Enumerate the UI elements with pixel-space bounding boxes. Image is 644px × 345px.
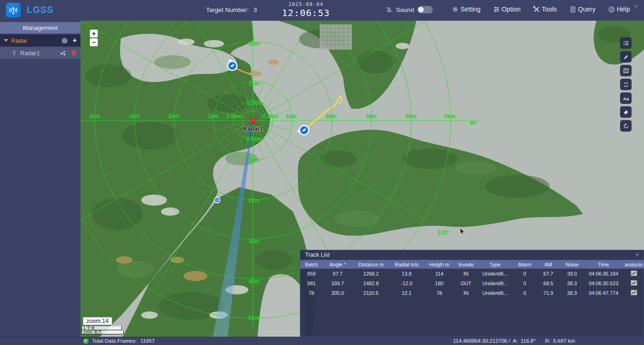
target-number-label: Target Number: (206, 6, 249, 13)
col-invade[interactable]: Invade (454, 260, 477, 269)
delete-trash-icon[interactable] (71, 50, 77, 56)
col-angle[interactable]: Angle ° (322, 260, 353, 269)
svg-text:2km: 2km (326, 113, 337, 120)
svg-text:1km: 1km (286, 113, 297, 120)
cell-noise: 38.3 (560, 278, 584, 288)
cell-angle: 205.0 (322, 288, 353, 298)
cell-batch: 981 (300, 278, 322, 288)
map-zoom-in-button[interactable]: + (90, 29, 98, 38)
cursor-coordinates: 114.469904 30.212706 / (453, 338, 510, 344)
zoom-level-indicator: zoom:14 (83, 317, 112, 325)
svg-text:5km: 5km (248, 315, 259, 321)
cell-distance: 1482.8 (353, 278, 389, 288)
link-nodes-icon[interactable] (60, 50, 66, 56)
svg-text:0.5km: 0.5km (226, 113, 242, 120)
analysis-chart-icon[interactable] (631, 290, 637, 295)
map-zoom-out-button[interactable]: − (90, 38, 98, 46)
sound-toggle[interactable] (417, 6, 433, 13)
cell-alarm: 0 (512, 288, 537, 298)
col-am[interactable]: AM (537, 260, 560, 269)
cell-time: 04:06:30.523 (584, 278, 623, 288)
sound-control: Sound (385, 6, 433, 13)
col-noise[interactable]: Noise (560, 260, 584, 269)
col-batch[interactable]: Batch (300, 260, 322, 269)
close-button[interactable]: × (631, 2, 640, 11)
cell-am: 71.9 (537, 288, 560, 298)
menu-query[interactable]: Query (569, 6, 596, 13)
svg-text:1km: 1km (208, 113, 219, 120)
analysis-chart-icon[interactable] (631, 280, 637, 286)
status-bar: Total Data Frames: 11957 114.469904 30.2… (0, 337, 644, 345)
map-toolbar: Aa (620, 37, 632, 132)
cell-radial: -12.0 (389, 278, 424, 288)
sidebar-item-radar-label: Radar (11, 37, 27, 44)
add-radar-icon[interactable]: + (73, 37, 77, 44)
menu-setting[interactable]: Setting (452, 6, 481, 13)
target-number: Target Number: 3 (206, 6, 257, 13)
refresh-button[interactable] (620, 120, 632, 132)
svg-text:4km: 4km (89, 113, 100, 120)
radar-device-icon (11, 50, 17, 56)
cell-type: Unidentifi... (477, 288, 512, 298)
cell-height: 114 (424, 269, 454, 278)
cell-type: Unidentifi... (477, 278, 512, 288)
basemap-button[interactable] (620, 65, 632, 76)
col-analysis[interactable]: analysis (623, 260, 644, 269)
building-grid (320, 24, 352, 50)
sidebar-item-radar[interactable]: Radar + (0, 34, 80, 46)
sync-button[interactable] (620, 79, 632, 90)
tree-collapse-caret[interactable] (4, 39, 8, 42)
svg-text:4km: 4km (248, 278, 259, 285)
track-list-title: Track List (300, 250, 644, 260)
col-height[interactable]: Heigth m (424, 260, 454, 269)
visibility-icon[interactable] (61, 37, 68, 44)
col-time[interactable]: Time (584, 260, 623, 269)
cell-am: 68.5 (537, 278, 560, 288)
measure-button[interactable] (620, 51, 632, 63)
col-distance[interactable]: Distance m (353, 260, 389, 269)
brand-title: LGSS (27, 5, 53, 15)
menu-setting-label: Setting (460, 6, 481, 13)
col-alarm[interactable]: Alarm (512, 260, 537, 269)
menu-tools[interactable]: Tools (533, 6, 557, 13)
sound-toggle-knob (418, 7, 424, 12)
menu-option[interactable]: Option (493, 6, 521, 13)
sound-label: Sound (396, 6, 414, 13)
track-list-close-icon[interactable]: × (635, 251, 639, 258)
font-label-button[interactable]: Aa (620, 92, 632, 104)
pencil-measure-icon (623, 54, 629, 60)
col-type[interactable]: Type (477, 260, 512, 269)
datetime: 2025-09-04 12:06:53 (278, 1, 334, 18)
track-row[interactable]: 78 205.0 2110.5 12.1 78 IN Unidentifi...… (300, 288, 644, 298)
cell-radial: 13.8 (389, 269, 424, 278)
minimize-button[interactable]: — (619, 2, 628, 10)
cell-batch: 959 (300, 269, 322, 278)
cell-distance: 1268.2 (353, 269, 389, 278)
target-number-value: 3 (253, 6, 257, 13)
track-row[interactable]: 981 339.7 1482.8 -12.0 180 OUT Unidentif… (300, 278, 644, 288)
svg-text:5km: 5km (444, 113, 455, 120)
sidebar-item-radar1[interactable]: Radar1 (0, 47, 80, 59)
track-list-panel: Track List × Batch Angle ° Distance m Ra… (300, 250, 644, 337)
bell-muted-icon (385, 6, 393, 13)
frames-value: 11957 (140, 338, 155, 344)
track-table-header: Batch Angle ° Distance m Radial m/s Heig… (300, 260, 644, 269)
scale-bar-ft: 2000 英尺 (81, 330, 124, 334)
azimuth-label: A: (513, 338, 518, 344)
top-bar: LGSS Target Number: 3 2025-09-04 12:06:5… (0, 0, 644, 21)
dot-target[interactable] (214, 197, 220, 203)
menu-option-label: Option (502, 6, 521, 13)
map-canvas[interactable]: 4km 3km 2km 1km 0.5km 0.5km 1km 2km 3km … (80, 21, 644, 337)
top-menu: Setting Option Tools (452, 6, 630, 13)
tag-button[interactable] (620, 106, 632, 118)
cell-angle: 339.7 (322, 278, 353, 288)
svg-text:3km: 3km (129, 113, 140, 120)
layer-list-button[interactable] (620, 37, 632, 49)
cell-alarm: 0 (512, 269, 537, 278)
sliders-icon (493, 6, 500, 13)
cell-invade: OUT (454, 278, 477, 288)
cell-distance: 2110.5 (353, 288, 389, 298)
track-row[interactable]: 959 97.7 1268.2 13.8 114 IN Unidentifi..… (300, 269, 644, 278)
analysis-chart-icon[interactable] (631, 270, 637, 276)
col-radial[interactable]: Radial m/s (389, 260, 424, 269)
